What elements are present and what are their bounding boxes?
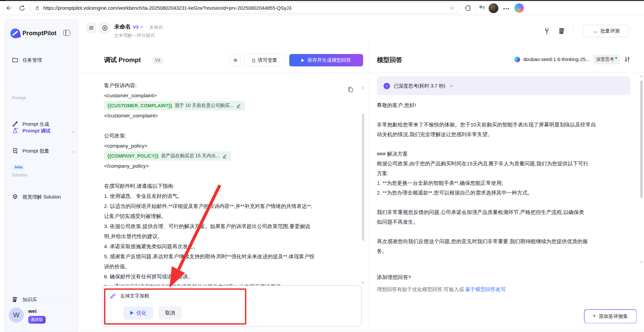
panel-title: 调试 Prompt (104, 56, 141, 64)
text-line: 根据公司政策,由于您的产品购买时间在15天内且属于非人为质量问题,我们为您提供以… (377, 159, 642, 168)
sidebar-collapse-icon[interactable] (63, 30, 70, 36)
model-answer-panel: 模型回答 doubao-seed-1.6-thinking-25... 深度思考… (369, 39, 644, 330)
ideal-answer-question: 添加理想回答? (377, 274, 411, 281)
sidebar-item-knowledge-base[interactable]: 知识库 (8, 293, 75, 306)
model-name[interactable]: doubao-seed-1.6-thinking-25... (524, 57, 590, 62)
sidebar-item-prompt-batch[interactable]: Prompt 批量 (8, 144, 75, 158)
text-line: 公司政策: (104, 131, 366, 141)
add-to-eval-button[interactable]: + 添加至评测集 (584, 309, 637, 323)
scroll-up-icon[interactable]: ▲ (361, 86, 364, 89)
sparkle-icon (233, 57, 238, 63)
cancel-button[interactable]: 取消 (158, 306, 182, 320)
text-line: 1. 使用诚恳、专业且友好的语气。 (104, 191, 366, 201)
url-text[interactable]: https://promptpilot.volcengine.com/workb… (43, 5, 446, 11)
variable-pill-company-policy[interactable]: {{COMPANY_POLICY}} 若产品在购买后 15 天内出... (104, 151, 231, 161)
copy-icon[interactable] (347, 86, 355, 94)
text-line: <company_policy> (104, 141, 366, 151)
wrench-icon[interactable] (543, 27, 551, 35)
model-selector-row: doubao-seed-1.6-thinking-25... 深度思考 (514, 54, 631, 65)
text-line: 让客户切实感受到被理解。 (104, 211, 366, 221)
text-line: 在撰写邮件时,请遵循以下指南: (104, 181, 366, 191)
beta-badge: beta (13, 164, 24, 170)
prompt-editor[interactable]: 客户投诉内容:<customer_complaint></customer_co… (78, 73, 369, 285)
deep-thinking-summary[interactable]: ✓ 已深度思考(耗时 3.7 秒) (377, 76, 631, 95)
text-line: 6. 确保邮件没有任何拼写或语法错误。 (104, 272, 366, 282)
text-line: 诉的价值。 (104, 262, 366, 272)
chevron-down-icon (450, 84, 453, 87)
braces-icon: {} (252, 58, 255, 63)
batch-eval-button[interactable]: → 批量评测 (584, 25, 629, 37)
scroll-up-icon[interactable]: ▲ (640, 74, 643, 78)
edit-pencil-icon[interactable] (222, 154, 228, 159)
document-title: 未命名 (114, 23, 131, 31)
browser-menu-icon[interactable] (503, 8, 509, 9)
address-bar[interactable]: https://promptpilot.volcengine.com/workb… (30, 2, 459, 13)
fill-variables-button[interactable]: {} 填写变量 (245, 54, 285, 66)
menu-hamburger-icon[interactable] (86, 22, 97, 33)
text-line (377, 198, 642, 207)
task-subtitle: 文本理解—评分模式 (114, 33, 155, 39)
doc-star-icon (12, 148, 18, 154)
text-line (104, 121, 366, 131)
browser-profile-avatar[interactable] (489, 3, 498, 13)
user-avatar[interactable]: W (9, 308, 24, 323)
sidebar-item-label: Prompt 调试 (22, 128, 51, 134)
refresh-icon[interactable] (17, 4, 26, 12)
folder-icon (12, 57, 18, 63)
optimize-instruction-panel[interactable]: 去掉文字加粗 优化 取消 (102, 285, 361, 327)
scroll-down-icon[interactable]: ▼ (640, 261, 643, 264)
text-line: 动关机的情况,我们完全理解这让您感到非常失望。 (377, 129, 642, 139)
variable-name: {{CUSTOMER_COMPLAINT}} (107, 103, 172, 108)
chevron-down-icon[interactable] (72, 149, 75, 153)
back-icon[interactable] (5, 4, 13, 12)
thinking-text: 已深度思考(耗时 3.7 秒) (394, 83, 445, 89)
variable-pill-customer-complaint[interactable]: {{CUSTOMER_COMPLAINT}} 我于 10 天前在贵公司购买... (104, 101, 245, 110)
text-line: 客户投诉内容: (104, 80, 366, 91)
sidebar-item-label: 视觉理解 Solution (22, 194, 61, 200)
text-line: 7. **通过编号列表和加粗关键信息提升邮件的视觉友好度**,让内容更易读易懂 (104, 282, 366, 285)
sidebar-item-label: Prompt 批量 (22, 148, 49, 154)
text-line (377, 139, 642, 149)
sidebar-item-task-management[interactable]: 任务管理 (8, 53, 75, 67)
user-plan-badge: 高级版 (28, 316, 46, 324)
sidebar: PromptPilot 任务管理 Prompt Prompt 生成 Prompt… (4, 19, 78, 332)
extensions-puzzle-icon[interactable] (464, 4, 473, 12)
save-generate-button[interactable]: 保存并生成模型回答 (289, 54, 363, 66)
version-dropdown[interactable]: V3 (133, 24, 143, 30)
text-line (104, 171, 366, 181)
model-response-text: 尊敬的客户,您好!非常抱歉给您带来了不愉快的体验。您于10天前购买的智能手表出现… (377, 100, 642, 256)
text-line: 4. 承诺采取措施避免类似问题再次发生。 (104, 241, 366, 252)
bookmark-star-icon[interactable]: ☆ (450, 4, 455, 11)
model-settings-icon[interactable] (624, 56, 631, 63)
text-line: 3. 依据公司政策,提供合理、可行的解决方案。如果客户的诉求超出公司政策范围,要… (104, 221, 366, 231)
optimize-button[interactable]: 优化 (123, 306, 153, 320)
library-icon[interactable] (558, 27, 566, 35)
scroll-down-icon[interactable]: ▼ (361, 281, 364, 284)
check-circle-icon: ✓ (384, 83, 390, 89)
ideal-answer-hint: 理想回答有助于优化模型回答,可输入或 基于模型回答改写 (377, 286, 505, 293)
chevron-down-icon (140, 25, 143, 28)
sparkle-button[interactable] (230, 54, 241, 66)
rewrite-from-model-link[interactable]: 基于模型回答改写 (465, 286, 505, 292)
text-line: <customer_complaint> (104, 91, 366, 101)
doubao-model-icon (514, 57, 520, 62)
add-new-icon[interactable] (99, 22, 110, 33)
scrollbar-thumb[interactable] (640, 80, 643, 198)
variable-preview: 若产品在购买后 15 天内出... (161, 153, 220, 159)
user-name: wei (28, 308, 37, 314)
chevron-down-icon[interactable] (72, 129, 75, 132)
text-line: 非常抱歉给您带来了不愉快的体验。您于10天前购买的智能手表出现了屏幕明显划痕以及… (377, 120, 642, 129)
bottom-divider (78, 330, 644, 331)
copilot-icon[interactable] (514, 3, 524, 13)
sidebar-item-vision-solution[interactable]: 视觉理解 Solution (8, 183, 75, 202)
green-dot (615, 57, 617, 59)
deep-think-badge[interactable]: 深度思考 (593, 55, 620, 64)
arrow-right-icon: → (593, 29, 598, 34)
sidebar-item-label: 知识库 (22, 296, 37, 303)
sidebar-item-prompt-debug[interactable]: Prompt 调试 (8, 124, 75, 137)
edit-pencil-icon[interactable] (236, 103, 241, 108)
favorites-bar-icon[interactable] (478, 4, 487, 12)
sidebar-divider (4, 298, 74, 299)
scrollbar-thumb[interactable] (362, 113, 364, 241)
save-status: 未保存 (149, 24, 163, 31)
